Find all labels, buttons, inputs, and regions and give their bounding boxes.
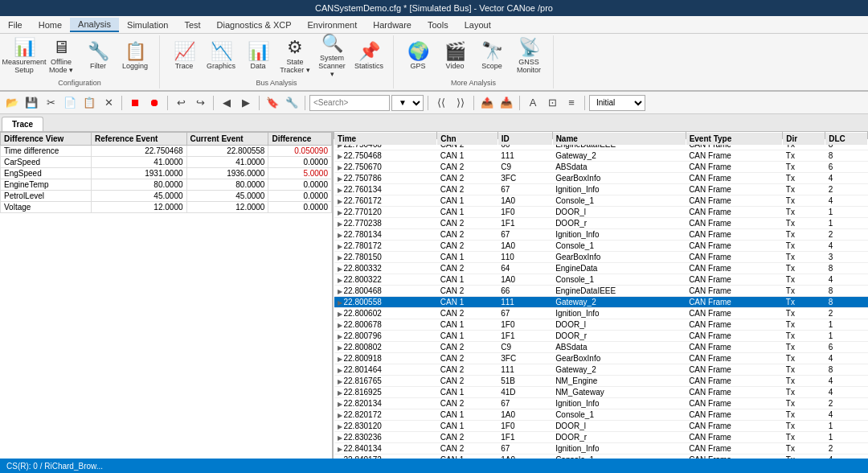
gnss-button[interactable]: 📡 GNSS Monitor [511, 35, 547, 77]
toolbar-view2-button[interactable]: ≡ [563, 94, 580, 112]
diff-table-row[interactable]: PetrolLevel 45.0000 45.0000 0.0000 [1, 191, 332, 202]
filter-button[interactable]: 🔧 Filter [80, 35, 116, 77]
toolbar-record-button[interactable]: ⏺ [145, 94, 163, 112]
trace-table-row[interactable]: ▶22.750468 CAN 1 111 Gateway_2 CAN Frame… [334, 150, 868, 162]
menu-test[interactable]: Test [176, 19, 208, 31]
trace-table-row[interactable]: ▶22.760172 CAN 1 1A0 Console_1 CAN Frame… [334, 195, 868, 207]
menu-home[interactable]: Home [31, 19, 70, 31]
trace-cell-time: ▶22.816925 [334, 387, 437, 398]
toolbar-paste-button[interactable]: 📋 [80, 94, 98, 112]
measurement-setup-button[interactable]: 📊 Measurement Setup [6, 35, 42, 77]
toolbar-export-button[interactable]: 📤 [478, 94, 496, 112]
toolbar-filter-button[interactable]: 🔧 [283, 94, 301, 112]
trace-table-row[interactable]: ▶22.800678 CAN 1 1F0 DOOR_l CAN Frame Tx… [334, 319, 868, 331]
menu-file[interactable]: File [0, 19, 31, 31]
gps-button[interactable]: 🌍 GPS [400, 35, 436, 77]
diff-cell-diff: 0.0000 [268, 157, 332, 168]
menu-environment[interactable]: Environment [300, 19, 366, 31]
toolbar-copy-button[interactable]: 📄 [61, 94, 79, 112]
trace-icon: 📈 [174, 43, 195, 60]
trace-cell-evtype: CAN Frame [686, 241, 783, 252]
toolbar-bookmark-button[interactable]: 🔖 [264, 94, 281, 112]
trace-table-row[interactable]: ▶22.816925 CAN 1 41D NM_Gateway CAN Fram… [334, 387, 868, 398]
graphics-button[interactable]: 📉 Graphics [203, 35, 239, 77]
toolbar-nav2-button[interactable]: ⟩⟩ [452, 94, 469, 112]
toolbar-undo-button[interactable]: ↩ [172, 94, 190, 112]
trace-table-row[interactable]: ▶22.800602 CAN 2 67 Ignition_Info CAN Fr… [334, 308, 868, 319]
trace-table-row[interactable]: ▶22.840134 CAN 2 67 Ignition_Info CAN Fr… [334, 443, 868, 454]
trace-table-row[interactable]: ▶22.750670 CAN 2 C9 ABSdata CAN Frame Tx… [334, 162, 868, 173]
trace-cell-dlc: 2 [825, 443, 868, 454]
menu-layout[interactable]: Layout [457, 19, 499, 31]
video-button[interactable]: 🎬 Video [437, 35, 473, 77]
toolbar-open-button[interactable]: 📂 [3, 94, 21, 112]
trace-cell-time: ▶22.840134 [334, 443, 437, 454]
trace-table-row[interactable]: ▶22.830236 CAN 2 1F1 DOOR_r CAN Frame Tx… [334, 432, 868, 443]
trace-cell-dlc: 4 [825, 353, 868, 364]
statistics-button[interactable]: 📌 Statistics [351, 35, 387, 77]
diff-cell-ref: 41.0000 [91, 157, 186, 168]
system-scanner-button[interactable]: 🔍 System Scanner ▾ [314, 35, 350, 77]
toolbar-import-button[interactable]: 📥 [497, 94, 515, 112]
toolbar-cut-button[interactable]: ✂ [42, 94, 59, 112]
trace-col-name: Name [552, 132, 686, 145]
trace-table-row[interactable]: ▶22.800802 CAN 2 C9 ABSdata CAN Frame Tx… [334, 342, 868, 353]
trace-table-row[interactable]: ▶22.770238 CAN 2 1F1 DOOR_r CAN Frame Tx… [334, 218, 868, 229]
initial-dropdown[interactable]: Initial [589, 95, 645, 111]
trace-table-row[interactable]: ▶22.800322 CAN 1 1A0 Console_1 CAN Frame… [334, 274, 868, 286]
toolbar-save-button[interactable]: 💾 [23, 94, 40, 112]
menu-tools[interactable]: Tools [420, 19, 457, 31]
trace-cell-dir: Tx [783, 150, 825, 162]
diff-table-row[interactable]: Voltage 12.0000 12.0000 0.0000 [1, 202, 332, 213]
toolbar-nav1-button[interactable]: ⟨⟨ [432, 94, 450, 112]
menu-diagnostics[interactable]: Diagnostics & XCP [209, 19, 300, 31]
trace-cell-dlc: 1 [825, 207, 868, 218]
trace-table-row[interactable]: ▶22.801464 CAN 2 111 Gateway_2 CAN Frame… [334, 364, 868, 376]
trace-table-row[interactable]: ▶22.820134 CAN 2 67 Ignition_Info CAN Fr… [334, 398, 868, 409]
offline-mode-button[interactable]: 🖥 Offline Mode ▾ [43, 35, 79, 77]
trace-table-row[interactable]: ▶22.816765 CAN 2 51B NM_Engine CAN Frame… [334, 376, 868, 387]
diff-col-cur: Current Event [186, 133, 268, 146]
trace-table-row[interactable]: ▶22.780172 CAN 2 1A0 Console_1 CAN Frame… [334, 241, 868, 252]
diff-cell-ref: 80.0000 [91, 179, 186, 191]
trace-scroll[interactable]: Time Chn ID Name Event Type Dir DLC ▶22.… [334, 132, 868, 473]
toolbar-view1-button[interactable]: ⊡ [543, 94, 561, 112]
diff-table-row[interactable]: Time difference 22.750468 22.800558 0.05… [1, 146, 332, 157]
trace-table-row[interactable]: ▶22.800468 CAN 2 66 EngineDataIEEE CAN F… [334, 286, 868, 297]
toolbar-prev-button[interactable]: ◀ [218, 94, 235, 112]
trace-table-row[interactable]: ▶22.800796 CAN 1 1F1 DOOR_r CAN Frame Tx… [334, 331, 868, 342]
trace-table-row[interactable]: ▶22.820172 CAN 1 1A0 Console_1 CAN Frame… [334, 409, 868, 421]
trace-table-row[interactable]: ▶22.830120 CAN 1 1F0 DOOR_l CAN Frame Tx… [334, 421, 868, 432]
toolbar-delete-button[interactable]: ✕ [100, 94, 117, 112]
diff-table-row[interactable]: CarSpeed 41.0000 41.0000 0.0000 [1, 157, 332, 168]
logging-button[interactable]: 📋 Logging [117, 35, 153, 77]
menu-analysis[interactable]: Analysis [70, 18, 119, 32]
trace-table-row[interactable]: ▶22.760134 CAN 2 67 Ignition_Info CAN Fr… [334, 184, 868, 195]
trace-button[interactable]: 📈 Trace [166, 35, 202, 77]
search-input[interactable] [309, 95, 390, 111]
toolbar-stop-button[interactable]: ⏹ [126, 94, 144, 112]
trace-table-row[interactable]: ▶22.770120 CAN 1 1F0 DOOR_l CAN Frame Tx… [334, 207, 868, 218]
trace-cell-dir: Tx [783, 162, 825, 173]
data-button[interactable]: 📊 Data [240, 35, 276, 77]
diff-table-row[interactable]: EngSpeed 1931.0000 1936.0000 5.0000 [1, 168, 332, 179]
trace-table-row[interactable]: ▶22.780150 CAN 1 110 GearBoxInfo CAN Fra… [334, 252, 868, 263]
scope-button[interactable]: 🔭 Scope [474, 35, 510, 77]
state-tracker-button[interactable]: ⚙ State Tracker ▾ [277, 35, 313, 77]
trace-table-row[interactable]: ▶22.780134 CAN 2 67 Ignition_Info CAN Fr… [334, 229, 868, 241]
menu-simulation[interactable]: Simulation [119, 19, 176, 31]
trace-table-row[interactable]: ▶22.750786 CAN 2 3FC GearBoxInfo CAN Fra… [334, 173, 868, 184]
trace-table-row[interactable]: ▶22.800558 CAN 1 111 Gateway_2 CAN Frame… [334, 297, 868, 308]
search-dropdown[interactable]: ▼ [391, 95, 424, 111]
trace-table-row[interactable]: ▶22.800332 CAN 2 64 EngineData CAN Frame… [334, 263, 868, 274]
toolbar-next-button[interactable]: ▶ [237, 94, 255, 112]
diff-table-row[interactable]: EngineTemp 80.0000 80.0000 0.0000 [1, 179, 332, 191]
toolbar-redo-button[interactable]: ↪ [191, 94, 209, 112]
trace-cell-name: DOOR_r [552, 432, 686, 443]
trace-cell-chn: CAN 1 [437, 252, 497, 263]
toolbar-text-button[interactable]: A [524, 94, 542, 112]
menu-hardware[interactable]: Hardware [365, 19, 420, 31]
trace-cell-id: 1F1 [497, 218, 552, 229]
tab-trace[interactable]: Trace [2, 117, 43, 131]
trace-table-row[interactable]: ▶22.800918 CAN 2 3FC GearBoxInfo CAN Fra… [334, 353, 868, 364]
